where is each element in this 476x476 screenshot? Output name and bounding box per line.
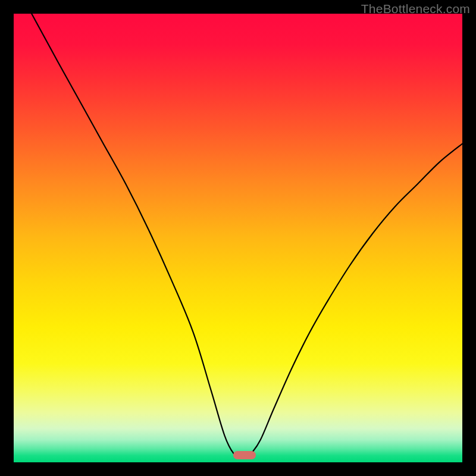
chart-stage: TheBottleneck.com [0,0,476,476]
bottleneck-curve [14,14,462,462]
plot-area [14,14,462,462]
optimal-marker [233,451,256,459]
